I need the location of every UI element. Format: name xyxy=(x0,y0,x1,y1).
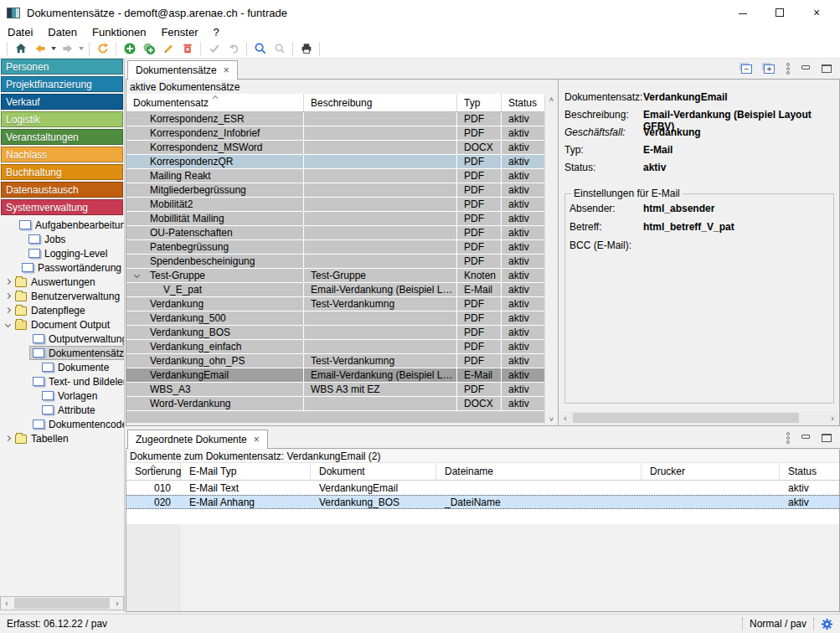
table-row[interactable]: Korrespondenz_ESR PDF aktiv xyxy=(126,112,544,126)
tree-item[interactable]: Tabellen xyxy=(0,431,124,445)
module-button[interactable]: Buchhaltung xyxy=(1,164,123,180)
table-row[interactable]: Korrespondenz_MSWord DOCX aktiv xyxy=(126,141,544,155)
expand-windows-icon[interactable]: + xyxy=(764,64,775,74)
tree-expander-icon[interactable] xyxy=(5,307,11,313)
tree-item[interactable]: Benutzerverwaltung xyxy=(0,289,124,303)
panel-minimize-icon[interactable] xyxy=(801,435,810,439)
table-vertical-scrollbar[interactable]: ˄ ˅ xyxy=(544,94,558,425)
table-row[interactable]: Word-Verdankung DOCX aktiv xyxy=(126,397,544,411)
back-history-caret-icon[interactable] xyxy=(49,47,58,51)
window-maximize-button[interactable] xyxy=(773,6,786,19)
scrollbar-thumb[interactable] xyxy=(573,413,799,423)
tree-item[interactable]: Aufgabenbearbeitung xyxy=(0,218,124,232)
tree-item[interactable]: Datenpflege xyxy=(0,303,124,317)
table-row[interactable]: Mobillität Mailing PDF aktiv xyxy=(126,212,544,226)
tree-item[interactable]: Logging-Level xyxy=(0,246,124,260)
column-header-dateiname[interactable]: Dateiname xyxy=(436,463,642,480)
scroll-left-icon[interactable]: ‹ xyxy=(559,412,571,425)
confirm-check-icon[interactable] xyxy=(204,40,224,57)
column-header-status[interactable]: Status xyxy=(780,463,839,480)
sidebar-horizontal-scrollbar[interactable]: ‹ › xyxy=(0,596,124,610)
column-header-status[interactable]: Status xyxy=(502,94,544,111)
search-icon[interactable] xyxy=(250,40,270,57)
panel-maximize-icon[interactable] xyxy=(822,64,832,73)
table-row[interactable]: WBS_A3 WBS A3 mit EZ PDF aktiv xyxy=(126,383,544,397)
module-button[interactable]: Systemverwaltung xyxy=(1,199,123,215)
table-row[interactable]: Verdankung Test-Verdankumng PDF aktiv xyxy=(126,297,544,311)
module-button[interactable]: Personen xyxy=(1,59,123,75)
table-row[interactable]: Verdankung_ohn_PS Test-Verdankumng PDF a… xyxy=(126,354,544,368)
table-row[interactable]: Mobilität2 PDF aktiv xyxy=(126,198,544,212)
tab-dokumentensaetze[interactable]: Dokumentensätze × xyxy=(127,60,238,80)
table-row[interactable]: 010 E-Mail Text VerdankungEmail aktiv xyxy=(126,481,839,495)
table-row[interactable]: Verdankung_BOS PDF aktiv xyxy=(126,326,544,340)
scroll-right-icon[interactable]: › xyxy=(111,597,123,610)
column-header-dokument[interactable]: Dokument xyxy=(311,463,436,480)
module-button[interactable]: Verkauf xyxy=(1,94,123,110)
column-header-drucker[interactable]: Drucker xyxy=(642,463,780,480)
table-row[interactable]: OU-Patenschaften PDF aktiv xyxy=(126,226,544,240)
scroll-right-icon[interactable]: › xyxy=(827,412,838,425)
table-row[interactable]: Verdankung_einfach PDF aktiv xyxy=(126,340,544,354)
back-icon[interactable] xyxy=(30,40,49,57)
tree-expander-icon[interactable] xyxy=(5,279,11,285)
tree-item[interactable]: Auswertungen xyxy=(0,275,124,289)
refresh-icon[interactable] xyxy=(93,40,112,57)
menu-item[interactable]: ? xyxy=(205,26,226,39)
column-header-typ[interactable]: Typ xyxy=(457,94,502,111)
tree-item[interactable]: Dokumentensätze xyxy=(0,346,124,360)
menu-item[interactable]: Daten xyxy=(40,26,85,39)
table-row[interactable]: Korrespondenz_Infobrief PDF aktiv xyxy=(126,126,544,141)
add-copy-icon[interactable] xyxy=(139,40,158,57)
home-icon[interactable] xyxy=(11,40,30,57)
module-button[interactable]: Nachlass xyxy=(1,147,123,162)
scroll-up-icon[interactable]: ˄ xyxy=(549,95,554,104)
table-row[interactable]: Patenbegrüssung PDF aktiv xyxy=(126,240,544,255)
table-row[interactable]: Spendenbescheinigung PDF aktiv xyxy=(126,255,544,269)
menu-item[interactable]: Fenster xyxy=(153,26,205,39)
table-row[interactable]: 020 E-Mail Anhang Verdankung_BOS _DateiN… xyxy=(126,495,839,509)
table-row[interactable]: KorrespondenzQR PDF aktiv xyxy=(126,155,544,169)
module-button[interactable]: Datenaustausch xyxy=(1,182,123,198)
row-expander-icon[interactable] xyxy=(134,272,140,278)
panel-grip-icon[interactable] xyxy=(786,63,790,75)
column-header-beschreibung[interactable]: Beschreibung xyxy=(304,94,457,111)
column-header-email-typ[interactable]: E-Mail Typ xyxy=(181,463,311,480)
panel-grip-icon[interactable] xyxy=(786,432,790,444)
module-button[interactable]: Veranstaltungen xyxy=(1,129,123,145)
panel-maximize-icon[interactable] xyxy=(822,434,832,442)
tree-item[interactable]: Passwortänderung xyxy=(0,260,124,275)
window-minimize-button[interactable] xyxy=(736,6,750,19)
forward-icon[interactable] xyxy=(58,40,77,57)
panel-minimize-icon[interactable] xyxy=(801,65,810,69)
search-secondary-icon[interactable] xyxy=(270,40,289,57)
undo-icon[interactable] xyxy=(224,40,243,57)
scrollbar-thumb[interactable] xyxy=(14,598,110,609)
tree-item[interactable]: Attribute xyxy=(0,403,124,417)
table-row[interactable]: Mailing Reakt PDF aktiv xyxy=(126,169,544,183)
tree-expander-icon[interactable] xyxy=(5,293,11,299)
tree-item[interactable]: Text- und Bildeleme xyxy=(0,374,124,389)
table-row[interactable]: Mitgliederbegrüssung PDF aktiv xyxy=(126,183,544,198)
tab-close-icon[interactable]: × xyxy=(224,64,229,76)
table-row[interactable]: VerdankungEmail Email-Verdankung (Beispi… xyxy=(126,368,544,383)
print-icon[interactable] xyxy=(296,40,316,57)
module-button[interactable]: Logistik xyxy=(1,111,123,127)
tab-close-icon[interactable]: × xyxy=(254,434,260,445)
tree-expander-icon[interactable] xyxy=(5,435,11,441)
tree-expander-icon[interactable] xyxy=(5,322,11,327)
column-header-dokumentensatz[interactable]: Dokumentensatz xyxy=(126,94,304,111)
tree-item[interactable]: Dokumentencodes xyxy=(0,417,124,431)
add-icon[interactable] xyxy=(120,40,139,57)
tab-zugeordnete-dokumente[interactable]: Zugeordnete Dokumente × xyxy=(127,430,268,449)
menu-item[interactable]: Datei xyxy=(0,26,40,39)
tree-item[interactable]: Dokumente xyxy=(0,360,124,374)
scroll-down-icon[interactable]: ˅ xyxy=(549,415,554,424)
forward-history-caret-icon[interactable] xyxy=(77,47,85,51)
edit-pencil-icon[interactable] xyxy=(158,40,178,57)
tree-item[interactable]: Outputverwaltung xyxy=(0,332,124,346)
tree-item[interactable]: Jobs xyxy=(0,232,124,246)
tree-item[interactable]: Document Output xyxy=(0,317,124,332)
scroll-left-icon[interactable]: ‹ xyxy=(1,597,13,610)
window-close-button[interactable]: × xyxy=(810,6,823,19)
